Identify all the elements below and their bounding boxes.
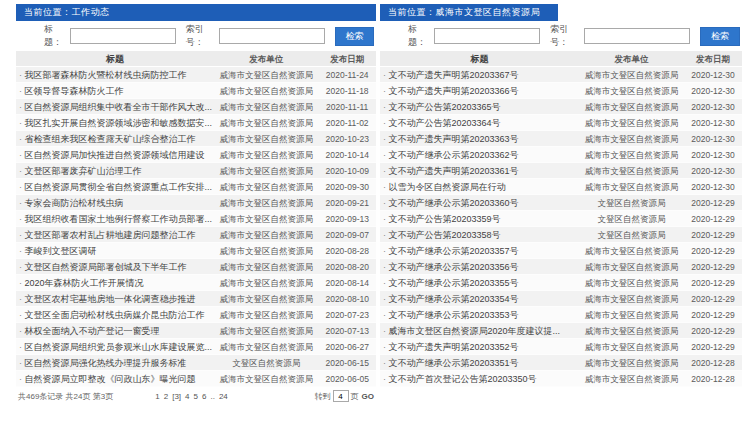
table-row: 文不动产继承公示第20203353号威海市文登区自然资源局2020-12-29 <box>380 307 742 323</box>
page-link[interactable]: 5 <box>194 392 198 401</box>
title-search-input[interactable] <box>434 28 540 44</box>
table-row: 文不动产遗失声明第20203361号威海市文登区自然资源局2020-12-30 <box>380 163 742 179</box>
doc-title-link[interactable]: 区自然资源局组织集中收看全市干部作风大改... <box>16 99 214 114</box>
doc-title-link[interactable]: 文不动产继承公示第20203360号 <box>380 195 579 210</box>
table-header-row: 标题 发布单位 发布日期 <box>380 51 742 67</box>
doc-title-link[interactable]: 威海市文登区自然资源局2020年度建议提... <box>380 323 579 338</box>
search-button[interactable]: 检索 <box>335 27 374 46</box>
header-publish-date: 发布日期 <box>318 51 376 66</box>
page-link[interactable]: .. <box>210 392 214 401</box>
doc-title-link[interactable]: 文登区农村宅基地房地一体化调查稳步推进 <box>16 291 214 306</box>
publish-date: 2020-12-30 <box>684 99 742 114</box>
page-link[interactable]: [3] <box>172 392 181 401</box>
publish-unit: 威海市文登区自然资源局 <box>579 275 684 290</box>
doc-title-link[interactable]: 以雪为令区自然资源局在行动 <box>380 179 579 194</box>
page-link[interactable]: 1 <box>155 392 159 401</box>
table-row: 区自然资源局贯彻全省自然资源重点工作安排...威海市文登区自然资源局2020-0… <box>16 179 376 195</box>
doc-title-link[interactable]: 文登区自然资源局部署创城及下半年工作 <box>16 259 214 274</box>
page-link[interactable]: 24 <box>219 392 228 401</box>
header-publish-date: 发布日期 <box>684 51 742 66</box>
doc-title-link[interactable]: 我区扎实开展自然资源领域涉密和敏感数据安... <box>16 115 214 130</box>
doc-title-link[interactable]: 文不动产遗失声明第20203366号 <box>380 83 579 98</box>
index-search-input[interactable] <box>219 28 325 44</box>
breadcrumb: 当前位置：威海市文登区自然资源局 <box>380 4 558 21</box>
title-search-label: 标题： <box>408 23 431 49</box>
doc-title-link[interactable]: 文不动产继承公示第20203362号 <box>380 147 579 162</box>
doc-title-link[interactable]: 2020年森林防火工作开展情况 <box>16 275 214 290</box>
doc-title-link[interactable]: 文不动产继承公示第20203357号 <box>380 243 579 258</box>
doc-title-link[interactable]: 区自然资源局强化热线办理提升服务标准 <box>16 355 214 370</box>
go-button[interactable]: GO <box>362 392 374 401</box>
table-row: 我区部署森林防火暨松材线虫病防控工作威海市文登区自然资源局2020-11-24 <box>16 67 376 83</box>
doc-title-link[interactable]: 文不动产继承公示第20203353号 <box>380 307 579 322</box>
doc-title-link[interactable]: 文不动产遗失声明第20203361号 <box>380 163 579 178</box>
publish-date: 2020-12-30 <box>684 163 742 178</box>
doc-title-link[interactable]: 文不动产继承公示第20203354号 <box>380 291 579 306</box>
doc-title-link[interactable]: 区领导督导森林防火工作 <box>16 83 214 98</box>
publish-unit: 威海市文登区自然资源局 <box>579 67 684 82</box>
page-link[interactable]: 4 <box>185 392 189 401</box>
publish-unit: 威海市文登区自然资源局 <box>579 179 684 194</box>
publish-unit: 威海市文登区自然资源局 <box>214 195 318 210</box>
publish-date: 2020-12-30 <box>684 179 742 194</box>
doc-title-link[interactable]: 区自然资源局贯彻全省自然资源重点工作安排... <box>16 179 214 194</box>
table-row: 李峻到文登区调研威海市文登区自然资源局2020-08-28 <box>16 243 376 259</box>
doc-title-link[interactable]: 文不动产继承公示第20203356号 <box>380 259 579 274</box>
doc-title-link[interactable]: 文登区部署废弃矿山治理工作 <box>16 163 214 178</box>
publish-unit: 威海市文登区自然资源局 <box>214 67 318 82</box>
table-row: 林权全面纳入不动产登记一窗受理威海市文登区自然资源局2020-07-13 <box>16 323 376 339</box>
publish-date: 2020-11-11 <box>318 99 376 114</box>
table-row: 文不动产继承公示第20203357号威海市文登区自然资源局2020-12-29 <box>380 243 742 259</box>
doc-title-link[interactable]: 文不动产继承公示第20203351号 <box>380 355 579 370</box>
title-search-label: 标题： <box>44 23 67 49</box>
doc-title-link[interactable]: 区自然资源局组织党员参观米山水库建设展览... <box>16 339 214 354</box>
publish-date: 2020-11-18 <box>318 83 376 98</box>
publish-unit: 威海市文登区自然资源局 <box>579 259 684 274</box>
doc-title-link[interactable]: 文登区全面启动松材线虫病媒介昆虫防治工作 <box>16 307 214 322</box>
doc-title-link[interactable]: 文不动产遗失声明第20203352号 <box>380 339 579 354</box>
doc-title-link[interactable]: 文不动产公告第20203358号 <box>380 227 579 242</box>
publish-unit: 文登区自然资源局 <box>579 195 684 210</box>
publish-date: 2020-07-13 <box>318 323 376 338</box>
doc-title-link[interactable]: 文不动产遗失声明第20203367号 <box>380 67 579 82</box>
index-search-label: 索引号： <box>186 23 216 49</box>
doc-title-link[interactable]: 文不动产公告第20203359号 <box>380 211 579 226</box>
publish-unit: 威海市文登区自然资源局 <box>579 307 684 322</box>
doc-title-link[interactable]: 省检查组来我区检查露天矿山综合整治工作 <box>16 131 214 146</box>
doc-title-link[interactable]: 文不动产公告第20203364号 <box>380 115 579 130</box>
doc-title-link[interactable]: 我区部署森林防火暨松材线虫病防控工作 <box>16 67 214 82</box>
doc-title-link[interactable]: 林权全面纳入不动产登记一窗受理 <box>16 323 214 338</box>
goto-page-input[interactable] <box>333 390 349 402</box>
publish-date: 2020-06-27 <box>318 339 376 354</box>
doc-title-link[interactable]: 文不动产公告第20203365号 <box>380 99 579 114</box>
table-row: 威海市文登区自然资源局2020年度建议提...威海市文登区自然资源局2020-1… <box>380 323 742 339</box>
doc-title-link[interactable]: 我区组织收看国家土地例行督察工作动员部署... <box>16 211 214 226</box>
publish-unit: 威海市文登区自然资源局 <box>214 371 318 386</box>
doc-title-link[interactable]: 文登区部署农村乱占耕地建房问题整治工作 <box>16 227 214 242</box>
title-search-input[interactable] <box>70 28 176 44</box>
doc-title-link[interactable]: 区自然资源局加快推进自然资源领域信用建设 <box>16 147 214 162</box>
doc-title-link[interactable]: 文不动产首次登记公告第20203350号 <box>380 371 579 386</box>
table-row: 文不动产继承公示第20203355号威海市文登区自然资源局2020-12-29 <box>380 275 742 291</box>
table-row: 文不动产遗失声明第20203352号威海市文登区自然资源局2020-12-29 <box>380 339 742 355</box>
doc-title-link[interactable]: 李峻到文登区调研 <box>16 243 214 258</box>
page-link[interactable]: 2 <box>164 392 168 401</box>
publish-date: 2020-12-29 <box>684 259 742 274</box>
publish-unit: 威海市文登区自然资源局 <box>579 371 684 386</box>
doc-title-link[interactable]: 自然资源局立即整改《问政山东》曝光问题 <box>16 371 214 386</box>
doc-title-link[interactable]: 文不动产遗失声明第20203363号 <box>380 131 579 146</box>
index-search-input[interactable] <box>584 28 690 44</box>
doc-title-link[interactable]: 专家会商防治松材线虫病 <box>16 195 214 210</box>
publish-date: 2020-06-05 <box>318 371 376 386</box>
publish-unit: 威海市文登区自然资源局 <box>214 115 318 130</box>
publish-date: 2020-09-30 <box>318 179 376 194</box>
search-button[interactable]: 检索 <box>700 27 740 46</box>
page-link[interactable]: 6 <box>202 392 206 401</box>
publish-date: 2020-12-29 <box>684 307 742 322</box>
publish-date: 2020-12-29 <box>684 211 742 226</box>
publish-unit: 威海市文登区自然资源局 <box>579 83 684 98</box>
table-row: 文不动产继承公示第20203351号威海市文登区自然资源局2020-12-28 <box>380 355 742 371</box>
doc-title-link[interactable]: 文不动产继承公示第20203355号 <box>380 275 579 290</box>
publish-date: 2020-12-30 <box>684 131 742 146</box>
publish-unit: 威海市文登区自然资源局 <box>579 243 684 258</box>
